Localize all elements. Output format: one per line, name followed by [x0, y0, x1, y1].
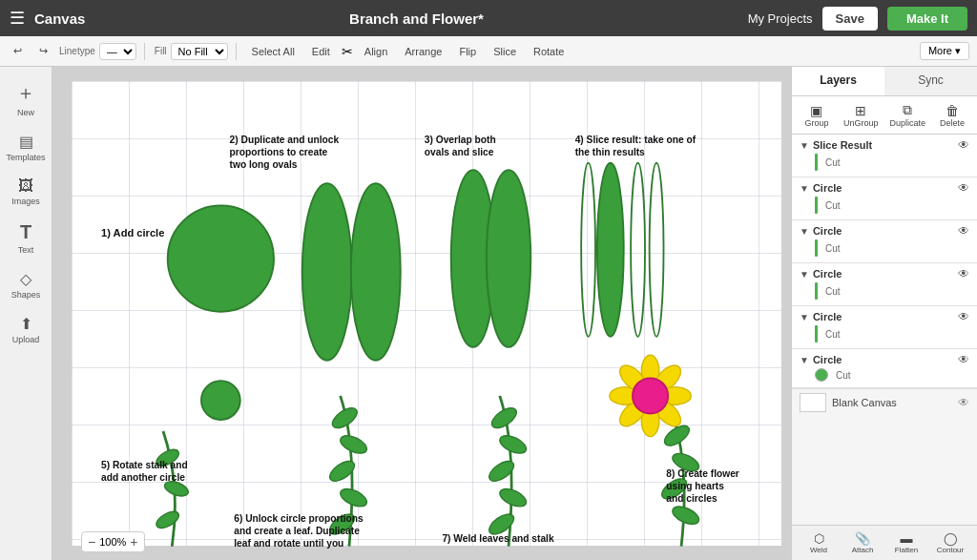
tab-sync[interactable]: Sync: [884, 67, 977, 95]
blank-canvas-row: Blank Canvas 👁: [792, 388, 977, 416]
select-all-button[interactable]: Select All: [246, 43, 301, 60]
svg-text:two long ovals: two long ovals: [230, 159, 298, 170]
rotate-button[interactable]: Rotate: [528, 43, 570, 60]
svg-text:the thin results: the thin results: [575, 147, 645, 157]
ungroup-button[interactable]: ⊞ UnGroup: [840, 101, 883, 130]
flip-button[interactable]: Flip: [453, 43, 482, 60]
layer-eye-icon[interactable]: 👁: [958, 181, 969, 195]
menu-icon[interactable]: ☰: [10, 8, 25, 29]
delete-button[interactable]: 🗑 Delete: [933, 101, 971, 130]
duplicate-button[interactable]: ⧉ Duplicate: [886, 100, 930, 130]
sidebar-label-templates: Templates: [6, 153, 45, 162]
svg-point-9: [650, 163, 664, 337]
layer-item-slice-result[interactable]: ▼ Slice Result 👁 Cut: [792, 135, 977, 177]
layer-item-circle-1[interactable]: ▼ Circle 👁 Cut: [792, 177, 977, 220]
layer-color-circle: [815, 368, 828, 382]
svg-point-8: [631, 163, 645, 337]
blank-canvas-eye-icon[interactable]: 👁: [958, 396, 969, 409]
svg-point-3: [351, 183, 401, 361]
layer-eye-icon[interactable]: 👁: [958, 353, 969, 366]
flatten-label: Flatten: [895, 546, 918, 554]
flatten-button[interactable]: ▬ Flatten: [885, 529, 927, 556]
cut-icon[interactable]: ✂: [342, 44, 353, 59]
svg-point-5: [487, 170, 530, 347]
duplicate-label: Duplicate: [890, 118, 926, 128]
layers-toolbar: ▣ Group ⊞ UnGroup ⧉ Duplicate 🗑 Delete: [792, 96, 977, 135]
undo-button[interactable]: ↩: [8, 42, 28, 60]
layer-cut-label: Cut: [825, 200, 841, 211]
blank-canvas-thumbnail: [800, 393, 826, 412]
layer-item-circle-2[interactable]: ▼ Circle 👁 Cut: [792, 220, 977, 263]
zoom-in-button[interactable]: +: [130, 534, 137, 550]
svg-point-2: [302, 183, 352, 361]
right-panel: Layers Sync ▣ Group ⊞ UnGroup ⧉ Duplicat…: [791, 67, 977, 560]
tab-layers[interactable]: Layers: [792, 67, 884, 95]
right-bottom-toolbar: ⬡ Weld 📎 Attach ▬ Flatten ◯ Contour: [792, 525, 977, 560]
blank-canvas-label: Blank Canvas: [832, 397, 897, 408]
attach-button[interactable]: 📎 Attach: [842, 529, 883, 556]
layer-eye-icon[interactable]: 👁: [958, 267, 969, 280]
layer-cut-label: Cut: [825, 157, 841, 168]
fill-select[interactable]: No Fill: [171, 43, 228, 60]
page-title: Branch and Flower*: [94, 10, 738, 27]
svg-text:proportions to create: proportions to create: [230, 147, 328, 157]
layer-sub-circle-3: Cut: [800, 280, 969, 301]
sidebar-item-text[interactable]: T Text: [3, 216, 49, 260]
slice-button[interactable]: Slice: [488, 43, 522, 60]
group-label: Group: [804, 118, 828, 128]
svg-point-14: [338, 432, 369, 457]
sidebar-item-shapes[interactable]: ◇ Shapes: [3, 264, 49, 305]
group-button[interactable]: ▣ Group: [798, 101, 836, 130]
new-icon: ＋: [16, 80, 35, 106]
canvas-area[interactable]: 1) Add circle 2) Duplicate and unlock pr…: [52, 67, 791, 560]
main-content: ＋ New ▤ Templates 🖼 Images T Text ◇ Shap…: [0, 67, 977, 560]
svg-text:4) Slice result: take one of: 4) Slice result: take one of: [575, 135, 696, 145]
sidebar-item-templates[interactable]: ▤ Templates: [3, 127, 49, 168]
contour-button[interactable]: ◯ Contour: [929, 529, 971, 556]
svg-text:6) Unlock circle proportions: 6) Unlock circle proportions: [234, 513, 364, 524]
edit-button[interactable]: Edit: [306, 43, 336, 60]
save-button[interactable]: Save: [822, 7, 878, 31]
svg-text:and circles: and circles: [666, 493, 717, 504]
sidebar-item-upload[interactable]: ⬆ Upload: [3, 309, 49, 350]
more-button[interactable]: More ▾: [920, 42, 969, 60]
svg-text:3) Overlap both: 3) Overlap both: [425, 135, 496, 145]
layer-cut-label: Cut: [825, 286, 841, 297]
svg-point-6: [581, 163, 595, 337]
sidebar-label-shapes: Shapes: [11, 290, 41, 300]
sidebar-item-images[interactable]: 🖼 Images: [3, 172, 49, 212]
svg-point-0: [168, 205, 274, 311]
layer-item-circle-4[interactable]: ▼ Circle 👁 Cut: [792, 306, 977, 349]
my-projects-button[interactable]: My Projects: [748, 11, 813, 26]
layer-eye-icon[interactable]: 👁: [958, 224, 969, 238]
arrange-button[interactable]: Arrange: [399, 43, 447, 60]
right-panel-tabs: Layers Sync: [792, 67, 977, 96]
svg-point-12: [154, 508, 181, 531]
duplicate-icon: ⧉: [903, 102, 912, 118]
make-it-button[interactable]: Make It: [887, 7, 967, 31]
svg-text:and create a leaf. Duplicate: and create a leaf. Duplicate: [234, 526, 360, 536]
layer-cut-label: Cut: [825, 329, 841, 340]
linetype-select[interactable]: —: [99, 43, 136, 60]
align-button[interactable]: Align: [359, 43, 393, 60]
layer-name-circle-1: Circle: [813, 182, 954, 194]
layer-arrow: ▼: [800, 226, 809, 237]
layer-eye-icon[interactable]: 👁: [958, 310, 969, 323]
sidebar-item-new[interactable]: ＋ New: [3, 74, 49, 123]
sidebar-label-images: Images: [11, 197, 40, 206]
weld-button[interactable]: ⬡ Weld: [798, 529, 840, 556]
layer-arrow: ▼: [800, 140, 809, 151]
layer-sub-circle-5: Cut: [800, 366, 969, 384]
layer-color-bar: [815, 239, 818, 257]
layer-item-circle-5[interactable]: ▼ Circle 👁 Cut: [792, 349, 977, 388]
left-sidebar: ＋ New ▤ Templates 🖼 Images T Text ◇ Shap…: [0, 67, 52, 560]
linetype-group: Linetype —: [59, 43, 145, 60]
layer-item-circle-3[interactable]: ▼ Circle 👁 Cut: [792, 263, 977, 306]
redo-button[interactable]: ↪: [33, 42, 53, 60]
layer-name-slice-result: Slice Result: [813, 139, 954, 151]
layer-arrow: ▼: [800, 312, 809, 322]
zoom-out-button[interactable]: −: [88, 534, 95, 550]
layer-eye-icon[interactable]: 👁: [958, 138, 969, 152]
weld-label: Weld: [810, 546, 827, 554]
svg-point-7: [597, 163, 624, 337]
